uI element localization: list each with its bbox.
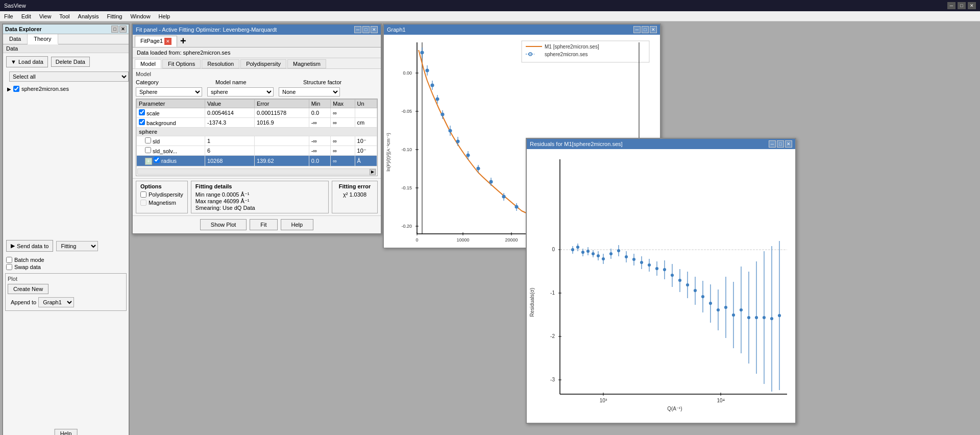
background-checkbox[interactable] [139, 119, 145, 125]
panel-restore-btn[interactable]: □ [111, 26, 118, 33]
menu-analysis[interactable]: Analysis [74, 11, 103, 21]
restore-btn[interactable]: □ [958, 2, 966, 9]
svg-text:10³: 10³ [600, 398, 607, 403]
polydispersity-checkbox[interactable] [140, 191, 146, 198]
svg-point-45 [456, 140, 459, 143]
minimize-btn[interactable]: ─ [947, 2, 955, 9]
batch-mode-checkbox[interactable] [6, 257, 12, 263]
send-data-label: Send data to [17, 243, 48, 249]
scale-checkbox[interactable] [139, 109, 145, 115]
plot-section-title: Plot [8, 276, 124, 282]
model-tab-polydispersity[interactable]: Polydispersity [240, 59, 286, 68]
delete-data-button[interactable]: Delete Data [51, 57, 90, 67]
model-tab-model[interactable]: Model [135, 59, 161, 68]
graph1-restore[interactable]: □ [642, 26, 649, 33]
graph1-controls[interactable]: ─ □ ✕ [633, 26, 657, 33]
fitting-details-title: Fitting details [195, 183, 324, 189]
svg-point-126 [679, 279, 681, 282]
tab-theory[interactable]: Theory [28, 34, 58, 44]
category-select[interactable]: Sphere Cylinder [136, 87, 202, 96]
svg-point-130 [694, 289, 697, 292]
help-button[interactable]: Help [55, 429, 78, 435]
fit-button[interactable]: Fit [250, 219, 277, 230]
swap-data-label[interactable]: Swap data [6, 264, 126, 270]
magnetism-checkbox[interactable] [140, 200, 146, 206]
svg-point-110 [618, 250, 620, 252]
graph1-close[interactable]: ✕ [650, 26, 657, 33]
menu-file[interactable]: File [0, 11, 17, 21]
svg-point-39 [436, 98, 439, 101]
graph-select[interactable]: Graph1 Graph2 [38, 297, 74, 307]
explorer-tab-bar: Data Theory [3, 34, 129, 44]
magnetism-option[interactable]: Magnetism [140, 200, 183, 206]
data-section-label: Data [3, 44, 129, 53]
batch-mode-label[interactable]: Batch mode [6, 257, 126, 263]
param-header-row: Parameter Value Error Min Max Un [137, 100, 377, 108]
svg-point-118 [648, 264, 651, 267]
fitting-details-box: Fitting details Min range 0.0005 Å⁻¹ Max… [191, 181, 329, 213]
structure-factor-select[interactable]: None [279, 87, 340, 96]
residuals-restore[interactable]: □ [777, 140, 784, 148]
svg-text:-0.15: -0.15 [401, 185, 412, 190]
fitting-dropdown[interactable]: Fitting Simulation [56, 241, 98, 251]
svg-text:-1: -1 [550, 290, 555, 296]
data-explorer-title-bar: Data Explorer □ ✕ [3, 25, 129, 34]
add-radius-btn[interactable]: + [145, 158, 152, 165]
svg-point-112 [625, 256, 628, 258]
svg-point-96 [577, 246, 579, 249]
window-controls[interactable]: ─ □ ✕ [947, 2, 976, 9]
model-name-select[interactable]: sphere cylinder [207, 87, 274, 96]
model-tab-fit-options[interactable]: Fit Options [162, 59, 201, 68]
residuals-close[interactable]: ✕ [785, 140, 792, 148]
tab-data[interactable]: Data [3, 34, 28, 44]
menu-help[interactable]: Help [155, 11, 175, 21]
polydispersity-option[interactable]: Polydispersity [140, 191, 183, 198]
svg-text:10000: 10000 [456, 237, 469, 243]
panel-close-btn[interactable]: ✕ [119, 26, 127, 33]
send-data-button[interactable]: ▶ Send data to [6, 240, 53, 252]
category-label: Category [136, 79, 187, 85]
create-new-button[interactable]: Create New [8, 284, 48, 294]
category-row: Category Model name Structure factor [136, 79, 378, 85]
swap-data-checkbox[interactable] [6, 264, 12, 270]
fit-help-button[interactable]: Help [281, 219, 314, 230]
svg-text:Q(A⁻¹): Q(A⁻¹) [667, 406, 682, 412]
tree-item-checkbox[interactable] [13, 86, 19, 92]
model-tab-magnetism[interactable]: Magnetism [287, 59, 326, 68]
select-dropdown[interactable]: Select all Unselect all [9, 71, 129, 82]
fit-page-tab-1[interactable]: FitPage1 ✕ [135, 36, 177, 47]
menu-tool[interactable]: Tool [55, 11, 74, 21]
menu-fitting[interactable]: Fitting [103, 11, 127, 21]
fit-tab-close-btn[interactable]: ✕ [164, 38, 172, 45]
sld-solv-checkbox[interactable] [145, 147, 151, 153]
add-tab-btn[interactable]: + [177, 35, 189, 47]
scroll-right-arrow[interactable]: ▶ [370, 169, 376, 175]
fit-panel-minimize[interactable]: ─ [354, 26, 361, 33]
fit-panel-controls[interactable]: ─ □ ✕ [354, 26, 378, 33]
horizontal-scrollbar[interactable]: ▶ [137, 168, 376, 175]
chi2-row: χ² 1.0308 [336, 191, 373, 198]
model-tab-resolution[interactable]: Resolution [202, 59, 239, 68]
residuals-minimize[interactable]: ─ [769, 140, 776, 148]
graph1-minimize[interactable]: ─ [633, 26, 641, 33]
panel-controls[interactable]: □ ✕ [111, 26, 127, 33]
sld-checkbox[interactable] [145, 137, 151, 143]
menu-view[interactable]: View [35, 11, 56, 21]
load-data-icon: ▼ [11, 59, 16, 65]
svg-text:-3: -3 [550, 377, 555, 382]
close-btn[interactable]: ✕ [968, 2, 976, 9]
fit-panel-restore[interactable]: □ [362, 26, 370, 33]
residuals-controls[interactable]: ─ □ ✕ [769, 140, 792, 148]
fit-panel-close[interactable]: ✕ [371, 26, 378, 33]
chi2-value: 1.0308 [349, 191, 366, 198]
show-plot-button[interactable]: Show Plot [200, 219, 247, 230]
menu-window[interactable]: Window [126, 11, 154, 21]
category-select-row: Sphere Cylinder sphere cylinder None [136, 87, 378, 96]
load-data-button[interactable]: ▼ Load data [6, 56, 48, 67]
radius-checkbox[interactable] [154, 157, 160, 163]
svg-point-35 [426, 69, 429, 72]
svg-point-116 [641, 261, 643, 264]
svg-text:0.00: 0.00 [403, 70, 412, 76]
value-col-header: Value [205, 100, 254, 108]
menu-edit[interactable]: Edit [17, 11, 35, 21]
